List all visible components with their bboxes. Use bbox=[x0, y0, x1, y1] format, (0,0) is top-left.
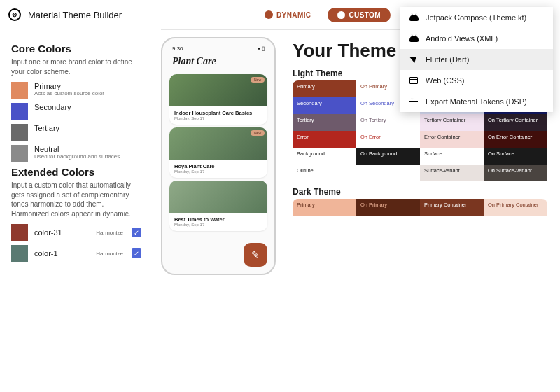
core-colors-heading: Core Colors bbox=[11, 43, 141, 55]
export-item-label: Web (CSS) bbox=[426, 76, 464, 85]
flutter-icon bbox=[409, 55, 419, 64]
phone-status-icons: ▾ ▯ bbox=[258, 46, 265, 52]
color-name: Primary bbox=[34, 82, 61, 90]
export-item-android[interactable]: Jetpack Compose (Theme.kt) bbox=[400, 7, 553, 28]
color-cell-outline[interactable]: Outline bbox=[293, 164, 356, 181]
color-cell-error[interactable]: Error bbox=[293, 131, 356, 148]
color-cell-surface[interactable]: Surface bbox=[420, 148, 484, 164]
color-name: Neutral bbox=[34, 145, 59, 153]
card-date: Monday, Sep 17 bbox=[174, 169, 262, 174]
color-cell-on-tertiary-container[interactable]: On Tertiary Container bbox=[484, 114, 547, 131]
core-color-row[interactable]: Tertiary bbox=[11, 124, 141, 141]
tab-custom-label: CUSTOM bbox=[349, 11, 381, 19]
web-icon bbox=[409, 76, 419, 85]
palette-icon bbox=[337, 11, 345, 19]
export-item-label: Flutter (Dart) bbox=[426, 55, 469, 64]
tab-custom[interactable]: CUSTOM bbox=[328, 8, 391, 22]
color-cell-tertiary-container[interactable]: Tertiary Container bbox=[420, 114, 484, 131]
color-name: Secondary bbox=[34, 103, 71, 111]
tab-dynamic[interactable]: DYNAMIC bbox=[255, 7, 321, 22]
core-color-row[interactable]: Secondary bbox=[11, 103, 141, 120]
color-sub: Acts as custom source color bbox=[34, 90, 104, 97]
sidebar-colors: Core Colors Input one or more brand colo… bbox=[0, 30, 153, 392]
color-cell-primary[interactable]: Primary bbox=[293, 80, 356, 97]
extended-colors-heading: Extended Colors bbox=[11, 166, 141, 178]
color-cell-dark-primary[interactable]: Primary bbox=[293, 199, 356, 216]
color-cell-dark-on-primary[interactable]: On Primary bbox=[356, 199, 420, 216]
color-swatch[interactable] bbox=[11, 145, 28, 162]
export-menu: Jetpack Compose (Theme.kt)Android Views … bbox=[400, 7, 553, 112]
card-image: New bbox=[169, 74, 267, 106]
card-title: Indoor Houseplant Care Basics bbox=[174, 110, 262, 116]
phone-frame: 9:30 ▾ ▯ Plant Care New Indoor Houseplan… bbox=[161, 37, 276, 275]
card-image bbox=[169, 181, 267, 213]
color-cell-surface-variant[interactable]: Surface-variant bbox=[420, 164, 484, 181]
extended-colors-desc: Input a custom color that automatically … bbox=[11, 181, 141, 218]
card-title: Hoya Plant Care bbox=[174, 163, 262, 169]
phone-app-title: Plant Care bbox=[168, 55, 269, 71]
color-cell-on-error[interactable]: On Error bbox=[356, 131, 420, 148]
export-item-flutter[interactable]: Flutter (Dart) bbox=[400, 49, 553, 70]
export-item-label: Export Material Tokens (DSP) bbox=[426, 97, 527, 106]
export-item-label: Jetpack Compose (Theme.kt) bbox=[426, 13, 526, 22]
harmonize-label: Harmonize bbox=[96, 251, 123, 257]
android-icon bbox=[409, 13, 419, 22]
harmonize-checkbox[interactable]: ✓ bbox=[132, 227, 141, 237]
extended-color-row[interactable]: color-31 Harmonize ✓ bbox=[11, 224, 141, 241]
new-badge: New bbox=[251, 77, 265, 83]
download-icon bbox=[409, 97, 419, 106]
extended-color-row[interactable]: color-1 Harmonize ✓ bbox=[11, 245, 141, 262]
export-item-download[interactable]: Export Material Tokens (DSP) bbox=[400, 91, 553, 112]
color-cell-empty[interactable] bbox=[356, 164, 420, 181]
card-title: Best Times to Water bbox=[174, 216, 262, 223]
export-item-label: Android Views (XML) bbox=[426, 34, 498, 43]
android-icon bbox=[409, 34, 419, 43]
spark-icon bbox=[265, 10, 273, 19]
phone-card[interactable]: New Indoor Houseplant Care BasicsMonday,… bbox=[169, 74, 267, 125]
color-name: Tertiary bbox=[34, 124, 59, 132]
color-cell-secondary[interactable]: Secondary bbox=[293, 97, 356, 114]
phone-card[interactable]: Best Times to WaterMonday, Sep 17 bbox=[169, 181, 267, 231]
card-date: Monday, Sep 17 bbox=[174, 223, 262, 227]
core-color-row[interactable]: PrimaryActs as custom source color bbox=[11, 82, 141, 99]
color-cell-on-surface-variant[interactable]: On Surface-variant bbox=[484, 164, 547, 181]
dark-theme-label: Dark Theme bbox=[293, 187, 547, 197]
color-cell-tertiary[interactable]: Tertiary bbox=[293, 114, 356, 131]
color-cell-dark-on-primary-container[interactable]: On Primary Container bbox=[484, 199, 547, 216]
app-logo: ⊗ bbox=[8, 8, 21, 21]
color-swatch[interactable] bbox=[11, 103, 28, 120]
color-cell-error-container[interactable]: Error Container bbox=[420, 131, 484, 148]
phone-time: 9:30 bbox=[172, 46, 183, 52]
phone-card[interactable]: New Hoya Plant CareMonday, Sep 17 bbox=[169, 127, 267, 178]
phone-preview-panel: 9:30 ▾ ▯ Plant Care New Indoor Houseplan… bbox=[153, 30, 284, 392]
new-badge: New bbox=[251, 130, 265, 136]
color-swatch[interactable] bbox=[11, 82, 28, 99]
color-name: color-31 bbox=[34, 228, 90, 237]
color-cell-background[interactable]: Background bbox=[293, 148, 356, 164]
app-title: Material Theme Builder bbox=[28, 10, 122, 20]
color-swatch[interactable] bbox=[11, 224, 28, 241]
pencil-icon: ✎ bbox=[251, 249, 260, 260]
core-color-row[interactable]: NeutralUsed for background and surfaces bbox=[11, 145, 141, 162]
color-cell-dark-primary-container[interactable]: Primary Container bbox=[420, 199, 484, 216]
color-swatch[interactable] bbox=[11, 245, 28, 262]
core-colors-desc: Input one or more brand color to define … bbox=[11, 57, 141, 76]
card-image: New bbox=[169, 127, 267, 160]
phone-status-bar: 9:30 ▾ ▯ bbox=[168, 44, 269, 55]
color-cell-on-surface[interactable]: On Surface bbox=[484, 148, 547, 164]
color-name: color-1 bbox=[34, 249, 90, 258]
color-cell-on-error-container[interactable]: On Error Container bbox=[484, 131, 547, 148]
fab-edit[interactable]: ✎ bbox=[244, 243, 267, 267]
color-swatch[interactable] bbox=[11, 124, 28, 141]
tab-dynamic-label: DYNAMIC bbox=[276, 11, 311, 19]
export-item-android[interactable]: Android Views (XML) bbox=[400, 28, 553, 49]
color-cell-on-tertiary[interactable]: On Tertiary bbox=[356, 114, 420, 131]
card-date: Monday, Sep 17 bbox=[174, 116, 262, 120]
color-cell-on-background[interactable]: On Background bbox=[356, 148, 420, 164]
color-sub: Used for background and surfaces bbox=[34, 153, 120, 160]
export-item-web[interactable]: Web (CSS) bbox=[400, 70, 553, 91]
harmonize-checkbox[interactable]: ✓ bbox=[132, 248, 141, 258]
harmonize-label: Harmonize bbox=[96, 230, 123, 236]
